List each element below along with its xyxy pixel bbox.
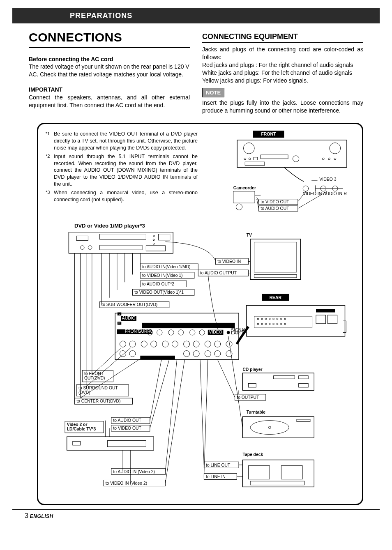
- svg-point-106: [184, 341, 190, 347]
- footnote-mark-2: *2: [46, 153, 54, 188]
- svg-point-14: [303, 186, 308, 191]
- svg-point-34: [153, 235, 154, 237]
- to-center-out: to CENTER OUT(DVD): [76, 399, 120, 403]
- to-audio-out-2: to AUDIO OUT: [113, 418, 142, 423]
- svg-line-124: [92, 348, 121, 375]
- cd-player-label: CD player: [242, 367, 262, 372]
- footnote-3: When connecting a monaural video, use a …: [54, 189, 198, 203]
- svg-point-74: [265, 323, 267, 324]
- svg-rect-89: [142, 322, 235, 328]
- svg-rect-8: [254, 157, 258, 160]
- svg-rect-159: [242, 460, 314, 487]
- svg-point-9: [322, 158, 324, 160]
- important-text: Connect the speakers, antennas, and all …: [29, 94, 190, 109]
- svg-point-95: [190, 329, 195, 335]
- svg-point-112: [129, 350, 136, 357]
- footnote-2: Input sound through the 5.1 INPUT termin…: [54, 153, 198, 188]
- svg-point-78: [281, 323, 282, 324]
- to-audio-in-v1md: to AUDIO IN(Video 1/MD): [142, 265, 190, 269]
- red-line: Red jacks and plugs : For the right chan…: [202, 61, 363, 69]
- svg-line-26: [298, 191, 306, 202]
- svg-point-67: [269, 318, 270, 320]
- svg-point-94: [178, 329, 183, 335]
- to-subwoofer-out: to SUB-WOOFER OUT(DVD): [101, 302, 157, 307]
- svg-rect-81: [327, 315, 337, 324]
- svg-point-69: [277, 318, 278, 320]
- svg-point-76: [273, 323, 274, 324]
- svg-point-31: [81, 245, 84, 249]
- svg-rect-63: [254, 316, 312, 327]
- svg-rect-37: [158, 234, 170, 240]
- svg-point-32: [88, 245, 92, 249]
- svg-text:OUT(DVD): OUT(DVD): [84, 376, 105, 380]
- svg-point-35: [153, 239, 154, 240]
- svg-line-165: [200, 359, 204, 465]
- panel-front-label: FRONT: [125, 329, 140, 334]
- svg-line-166: [204, 359, 208, 476]
- important-heading: IMPORTANT: [29, 86, 190, 94]
- svg-line-156: [228, 336, 243, 427]
- svg-point-96: [199, 329, 205, 335]
- tape-deck-label: Tape deck: [242, 452, 263, 457]
- footnote-mark-1: *1: [46, 131, 54, 152]
- svg-rect-146: [299, 375, 308, 379]
- camcorder-label: Camcorder: [233, 186, 256, 190]
- svg-rect-28: [69, 232, 173, 253]
- to-audio-out-2s: to AUDIO OUT*2: [142, 281, 174, 286]
- svg-rect-4: [261, 155, 288, 159]
- svg-point-5: [293, 156, 299, 162]
- svg-rect-147: [248, 383, 256, 387]
- svg-point-100: [120, 341, 126, 347]
- video3-label: VIDEO 3: [319, 177, 336, 182]
- svg-rect-1: [237, 140, 347, 168]
- svg-text:L: L: [119, 312, 120, 315]
- svg-rect-131: [67, 437, 154, 450]
- svg-rect-160: [248, 465, 270, 479]
- page-lang: ENGLISH: [30, 513, 53, 519]
- svg-point-3: [330, 143, 341, 154]
- svg-point-109: [214, 341, 221, 347]
- svg-point-116: [214, 350, 221, 357]
- page-title: CONNECTIONS: [29, 29, 190, 48]
- tv-label: TV: [247, 233, 252, 237]
- svg-point-73: [261, 323, 263, 324]
- left-column: CONNECTIONS Before connecting the AC cor…: [29, 28, 190, 115]
- svg-text:R: R: [118, 321, 120, 324]
- svg-text:(DVD): (DVD): [78, 390, 90, 394]
- panel-video: VIDEO: [209, 330, 222, 334]
- section-band: PREPARATIONS: [12, 8, 380, 23]
- front-diagram: FRONT VIDEO 3: [206, 131, 355, 213]
- svg-rect-161: [281, 465, 302, 479]
- svg-point-98: [227, 331, 230, 334]
- svg-point-36: [153, 243, 154, 244]
- svg-point-108: [205, 341, 211, 347]
- svg-point-153: [250, 420, 289, 434]
- to-video-out-v1s: to VIDEO OUT(Video 1)*1: [134, 290, 184, 295]
- svg-rect-155: [297, 419, 310, 421]
- svg-point-77: [277, 323, 278, 324]
- intro-text: Jacks and plugs of the connecting cord a…: [202, 46, 363, 61]
- page-number: 3: [25, 512, 28, 519]
- svg-point-7: [249, 158, 251, 160]
- svg-rect-82: [316, 309, 335, 313]
- svg-point-103: [151, 341, 157, 347]
- svg-point-75: [269, 323, 270, 324]
- svg-point-101: [129, 341, 136, 347]
- to-line-in: to LINE IN: [206, 474, 226, 479]
- svg-point-71: [284, 318, 286, 320]
- note-badge: NOTE: [202, 88, 224, 98]
- video2-ld-1: Video 2 or: [67, 422, 88, 426]
- svg-point-104: [162, 341, 168, 347]
- to-output-cd: to OUTPUT: [237, 395, 259, 400]
- svg-rect-29: [76, 236, 88, 240]
- svg-rect-162: [250, 481, 304, 485]
- svg-rect-33: [100, 245, 142, 250]
- svg-line-142: [165, 359, 177, 472]
- svg-rect-38: [146, 245, 165, 251]
- to-line-out: to LINE OUT: [206, 463, 231, 467]
- main-diagram: TV to VIDEO IN to AUDIO OUTPUT to AUDIO …: [46, 232, 355, 495]
- svg-rect-30: [100, 234, 146, 239]
- panel-audio: AUDIO: [122, 316, 136, 320]
- dvd-heading: DVD or Video 1/MD player*3: [74, 222, 355, 230]
- svg-point-79: [284, 323, 286, 324]
